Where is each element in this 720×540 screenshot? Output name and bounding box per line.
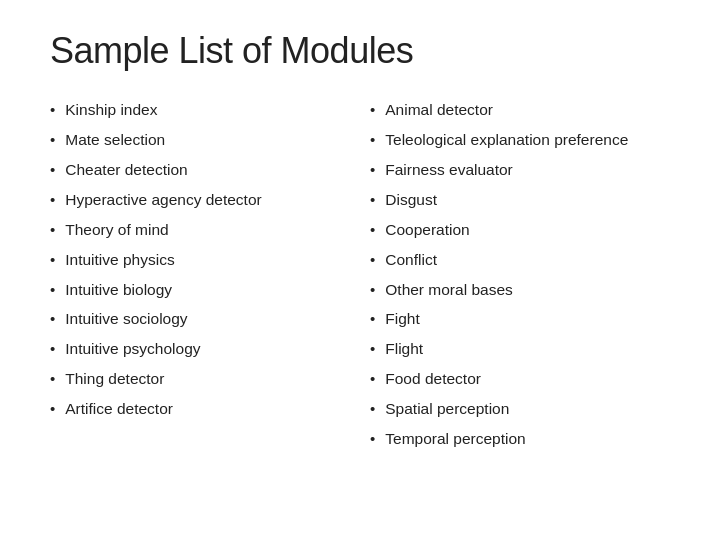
list-item-text: Teleological explanation preference bbox=[385, 130, 670, 151]
list-item: Conflict bbox=[370, 250, 670, 271]
list-item-text: Thing detector bbox=[65, 369, 350, 390]
list-item-text: Food detector bbox=[385, 369, 670, 390]
list-item: Cheater detection bbox=[50, 160, 350, 181]
right-list: Animal detectorTeleological explanation … bbox=[370, 100, 670, 459]
list-item: Flight bbox=[370, 339, 670, 360]
list-item-text: Theory of mind bbox=[65, 220, 350, 241]
list-item-text: Intuitive sociology bbox=[65, 309, 350, 330]
list-item: Spatial perception bbox=[370, 399, 670, 420]
page: Sample List of Modules Kinship indexMate… bbox=[0, 0, 720, 540]
list-item: Kinship index bbox=[50, 100, 350, 121]
list-item-text: Temporal perception bbox=[385, 429, 670, 450]
list-item: Fairness evaluator bbox=[370, 160, 670, 181]
list-item: Artifice detector bbox=[50, 399, 350, 420]
list-item-text: Other moral bases bbox=[385, 280, 670, 301]
list-item: Teleological explanation preference bbox=[370, 130, 670, 151]
left-list: Kinship indexMate selectionCheater detec… bbox=[50, 100, 350, 429]
list-item: Hyperactive agency detector bbox=[50, 190, 350, 211]
list-item: Theory of mind bbox=[50, 220, 350, 241]
list-item-text: Hyperactive agency detector bbox=[65, 190, 350, 211]
left-column: Kinship indexMate selectionCheater detec… bbox=[50, 100, 350, 510]
list-item: Intuitive physics bbox=[50, 250, 350, 271]
list-item: Fight bbox=[370, 309, 670, 330]
list-item-text: Animal detector bbox=[385, 100, 670, 121]
list-item: Temporal perception bbox=[370, 429, 670, 450]
list-item: Intuitive sociology bbox=[50, 309, 350, 330]
list-item-text: Kinship index bbox=[65, 100, 350, 121]
list-item-text: Disgust bbox=[385, 190, 670, 211]
list-item-text: Cooperation bbox=[385, 220, 670, 241]
page-title: Sample List of Modules bbox=[50, 30, 670, 72]
right-column: Animal detectorTeleological explanation … bbox=[370, 100, 670, 510]
list-item-text: Fight bbox=[385, 309, 670, 330]
list-item: Animal detector bbox=[370, 100, 670, 121]
list-item: Intuitive psychology bbox=[50, 339, 350, 360]
list-item: Cooperation bbox=[370, 220, 670, 241]
list-item: Mate selection bbox=[50, 130, 350, 151]
list-item: Food detector bbox=[370, 369, 670, 390]
list-item-text: Fairness evaluator bbox=[385, 160, 670, 181]
list-item-text: Intuitive physics bbox=[65, 250, 350, 271]
list-item-text: Conflict bbox=[385, 250, 670, 271]
list-item-text: Spatial perception bbox=[385, 399, 670, 420]
list-item: Disgust bbox=[370, 190, 670, 211]
list-item-text: Intuitive psychology bbox=[65, 339, 350, 360]
list-item-text: Flight bbox=[385, 339, 670, 360]
columns-container: Kinship indexMate selectionCheater detec… bbox=[50, 100, 670, 510]
list-item-text: Artifice detector bbox=[65, 399, 350, 420]
list-item-text: Cheater detection bbox=[65, 160, 350, 181]
list-item-text: Mate selection bbox=[65, 130, 350, 151]
list-item: Thing detector bbox=[50, 369, 350, 390]
list-item: Other moral bases bbox=[370, 280, 670, 301]
list-item-text: Intuitive biology bbox=[65, 280, 350, 301]
list-item: Intuitive biology bbox=[50, 280, 350, 301]
